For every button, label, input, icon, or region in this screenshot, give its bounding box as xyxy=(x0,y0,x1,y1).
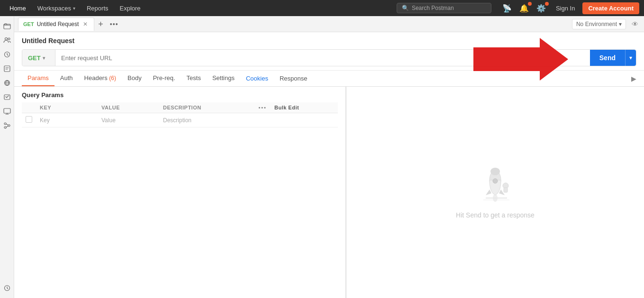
key-cell[interactable]: Key xyxy=(36,113,98,127)
nav-right-actions: 📡 🔔 ⚙️ Sign In Create Account xyxy=(500,2,639,14)
row-bulk-cell xyxy=(271,113,338,127)
row-checkbox[interactable] xyxy=(26,116,32,123)
satellite-icon: 📡 xyxy=(502,4,512,12)
tab-name-label: Untitled Request xyxy=(37,21,79,27)
satellite-icon-btn[interactable]: 📡 xyxy=(500,2,514,14)
tabs-overflow-arrow[interactable]: ▶ xyxy=(631,75,636,82)
svg-rect-17 xyxy=(504,188,508,192)
params-section: Query Params KEY VALUE DESCRIPTION ••• xyxy=(14,87,345,127)
sidebar-icon-clock[interactable] xyxy=(1,282,13,294)
sidebar-icon-people[interactable] xyxy=(1,34,13,46)
svg-point-9 xyxy=(8,125,10,126)
tab-prereq[interactable]: Pre-req. xyxy=(147,71,181,86)
tab-response[interactable]: Response xyxy=(274,71,313,86)
tab-close-button[interactable]: ✕ xyxy=(82,20,89,28)
search-placeholder: Search Postman xyxy=(412,5,454,11)
sidebar-icon-mock[interactable] xyxy=(1,91,13,103)
description-cell[interactable]: Description xyxy=(159,113,254,127)
tab-auth[interactable]: Auth xyxy=(54,71,79,86)
top-navigation: Home Workspaces ▾ Reports Explore 🔍 Sear… xyxy=(0,0,644,16)
query-params-title: Query Params xyxy=(22,91,338,99)
nav-workspaces[interactable]: Workspaces ▾ xyxy=(33,3,80,14)
key-col-header: KEY xyxy=(36,102,98,113)
svg-point-2 xyxy=(8,38,10,40)
sign-in-button[interactable]: Sign In xyxy=(551,3,580,14)
value-cell[interactable]: Value xyxy=(98,113,159,127)
tab-bar: GET Untitled Request ✕ + ••• No Environm… xyxy=(14,16,644,32)
svg-point-10 xyxy=(4,126,6,128)
response-area: Hit Send to get a response xyxy=(346,87,644,298)
settings-icon-btn[interactable]: ⚙️ xyxy=(534,2,548,14)
nav-explore[interactable]: Explore xyxy=(115,3,145,14)
svg-point-1 xyxy=(5,38,7,40)
svg-rect-4 xyxy=(4,66,10,72)
svg-rect-7 xyxy=(4,108,10,113)
table-row: Key Value Description xyxy=(22,113,338,127)
bell-icon-btn[interactable]: 🔔 xyxy=(517,2,531,14)
tab-tests[interactable]: Tests xyxy=(181,71,207,86)
nav-home[interactable]: Home xyxy=(5,3,31,14)
method-selector[interactable]: GET ▾ xyxy=(22,50,55,66)
sidebar-icon-flows[interactable] xyxy=(1,119,13,132)
notification-badge xyxy=(528,2,532,6)
sidebar-icon-environment[interactable] xyxy=(1,77,13,89)
method-label: GET xyxy=(28,54,41,62)
tab-params[interactable]: Params xyxy=(22,71,54,86)
request-tabs-row: Params Auth Headers (6) Body Pre-req. Te… xyxy=(14,71,644,87)
tab-more-button[interactable]: ••• xyxy=(107,19,121,29)
gear-icon: ⚙️ xyxy=(536,4,546,12)
svg-point-8 xyxy=(4,123,6,125)
tab-settings[interactable]: Settings xyxy=(207,71,240,86)
settings-badge xyxy=(545,2,549,6)
environment-label: No Environment xyxy=(576,21,617,27)
environment-eye-button[interactable]: 👁 xyxy=(630,19,640,29)
more-col-header: ••• xyxy=(254,102,271,113)
sidebar-icon-monitor[interactable] xyxy=(1,105,13,117)
url-bar: GET ▾ Send ▾ xyxy=(22,49,636,66)
rocket-illustration xyxy=(472,166,519,204)
search-bar[interactable]: 🔍 Search Postman xyxy=(397,3,491,13)
create-account-button[interactable]: Create Account xyxy=(582,2,639,14)
tab-body[interactable]: Body xyxy=(122,71,147,86)
request-title: Untitled Request xyxy=(22,37,636,45)
environment-selector[interactable]: No Environment ▾ xyxy=(572,19,626,29)
svg-point-14 xyxy=(493,179,498,183)
tab-method-label: GET xyxy=(23,21,34,27)
value-col-header: VALUE xyxy=(98,102,159,113)
tab-cookies[interactable]: Cookies xyxy=(240,71,274,86)
response-hint-text: Hit Send to get a response xyxy=(456,211,535,219)
headers-count: (6) xyxy=(109,75,116,81)
content-area: GET Untitled Request ✕ + ••• No Environm… xyxy=(14,16,644,298)
checkbox-col-header xyxy=(22,102,36,113)
table-more-dots[interactable]: ••• xyxy=(258,105,267,110)
main-layout: GET Untitled Request ✕ + ••• No Environm… xyxy=(0,16,644,298)
svg-point-13 xyxy=(490,168,500,175)
description-col-header: DESCRIPTION xyxy=(159,102,254,113)
response-illustration: Hit Send to get a response xyxy=(456,166,535,219)
row-checkbox-cell xyxy=(22,113,36,127)
params-table: KEY VALUE DESCRIPTION ••• Bulk Edit xyxy=(22,102,338,127)
request-panel: Untitled Request GET ▾ Send ▾ xyxy=(14,32,644,71)
nav-reports[interactable]: Reports xyxy=(82,3,113,14)
sidebar-icon-history[interactable] xyxy=(1,48,13,61)
bulk-edit-button[interactable]: Bulk Edit xyxy=(274,105,299,110)
tab-add-button[interactable]: + xyxy=(95,20,106,28)
row-more-cell xyxy=(254,113,271,127)
left-panel: Query Params KEY VALUE DESCRIPTION ••• xyxy=(14,87,345,298)
send-button-group: Send ▾ xyxy=(590,50,636,66)
tab-bar-right: No Environment ▾ 👁 xyxy=(572,19,640,29)
tab-headers[interactable]: Headers (6) xyxy=(79,71,122,86)
environment-chevron-icon: ▾ xyxy=(619,21,622,27)
sidebar-icon-folder[interactable] xyxy=(1,20,13,32)
sidebar-icon-collections[interactable] xyxy=(1,63,13,75)
notification-bell-icon: 🔔 xyxy=(519,4,529,12)
workspaces-chevron-icon: ▾ xyxy=(73,6,75,11)
send-dropdown-button[interactable]: ▾ xyxy=(625,50,636,66)
tab-untitled-request[interactable]: GET Untitled Request ✕ xyxy=(18,18,94,31)
send-button[interactable]: Send xyxy=(590,50,625,66)
url-input[interactable] xyxy=(55,50,590,66)
split-container: Query Params KEY VALUE DESCRIPTION ••• xyxy=(14,87,644,298)
search-icon: 🔍 xyxy=(402,5,409,11)
right-panel: Hit Send to get a response xyxy=(345,87,644,298)
bulk-edit-col-header[interactable]: Bulk Edit xyxy=(271,102,338,113)
